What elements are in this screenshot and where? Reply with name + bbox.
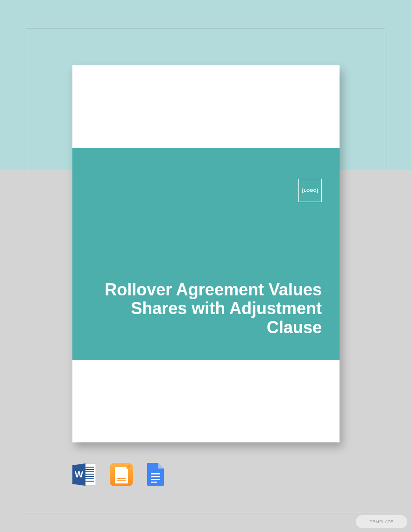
document-preview[interactable]: [LOGO] Rollover Agreement Values Shares … (72, 65, 340, 442)
format-icons-row: W (72, 463, 164, 486)
doc-footer-white (72, 360, 340, 442)
svg-rect-11 (117, 478, 126, 479)
logo-placeholder-text: [LOGO] (302, 188, 318, 193)
svg-rect-13 (151, 473, 160, 475)
watermark-badge: TEMPLATE (356, 515, 407, 528)
svg-text:W: W (75, 469, 83, 479)
google-docs-icon[interactable] (146, 463, 164, 486)
logo-placeholder-box: [LOGO] (298, 179, 322, 202)
svg-rect-14 (151, 476, 160, 477)
pages-icon[interactable] (110, 463, 133, 486)
doc-header-white (72, 65, 340, 148)
watermark-text: TEMPLATE (370, 519, 394, 524)
svg-rect-15 (151, 479, 160, 480)
svg-rect-16 (151, 482, 157, 483)
svg-rect-10 (115, 467, 128, 483)
svg-rect-12 (117, 480, 126, 481)
word-icon[interactable]: W (72, 463, 97, 486)
doc-teal-section: [LOGO] Rollover Agreement Values Shares … (72, 148, 340, 360)
document-title: Rollover Agreement Values Shares with Ad… (102, 280, 322, 337)
